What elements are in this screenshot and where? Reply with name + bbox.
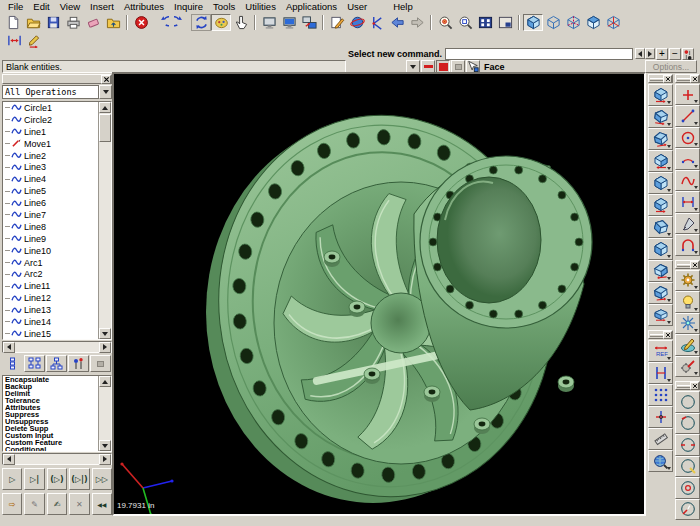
laminate-icon[interactable] [648,282,673,304]
scroll-up-icon[interactable] [99,102,111,113]
cube-hidden-icon[interactable] [563,14,583,31]
scroll-right-icon[interactable] [99,342,111,353]
zoom-target-icon[interactable] [435,14,455,31]
list-item[interactable]: Arc1 [3,257,111,269]
pattern-icon[interactable] [648,194,673,216]
list-item[interactable]: Line9 [3,233,111,245]
dot-grid-icon[interactable] [648,384,673,406]
list-item[interactable]: Line4 [3,173,111,185]
ruler-icon[interactable] [648,428,673,450]
fillet-icon[interactable] [648,150,673,172]
ref-dimension-icon[interactable] [648,340,673,362]
close-icon[interactable] [690,75,699,83]
swap-entities-icon[interactable] [682,48,694,60]
feature-hscrollbar[interactable] [2,453,112,465]
view-pan-icon[interactable] [675,434,700,456]
command-prev-icon[interactable] [635,48,645,59]
history-dots-icon[interactable] [68,355,89,372]
cube-axes-icon[interactable] [603,14,623,31]
list-item[interactable]: Line15 [3,328,111,340]
rib-icon[interactable] [648,260,673,282]
line-icon[interactable] [675,105,700,127]
sketch-edit-icon[interactable] [327,14,347,31]
undo-icon[interactable] [151,14,171,31]
cube-shaded-icon[interactable] [523,14,543,31]
feature-scrollbar[interactable] [98,376,111,451]
toolbar-titlebar[interactable] [675,260,700,269]
toolbar-titlebar[interactable] [675,381,700,390]
draft-icon[interactable] [648,216,673,238]
play-stop-button[interactable]: (▷) [47,468,67,490]
menu-file[interactable]: File [3,1,28,12]
menu-applications[interactable]: Applications [281,1,342,12]
resume-button[interactable]: ⇨ [2,493,22,515]
list-item[interactable]: Line1 [3,126,111,138]
rewind-button[interactable]: ◀◀ [92,493,112,515]
extrude-icon[interactable] [648,84,673,106]
scroll-up-icon[interactable] [99,376,111,387]
close-icon[interactable] [101,75,111,84]
tool-mesh-icon[interactable] [675,313,700,335]
list-item[interactable]: Arc2 [3,268,111,280]
menu-inquire[interactable]: Inquire [169,1,208,12]
close-icon[interactable] [663,75,672,83]
cube-section-icon[interactable] [583,14,603,31]
print-icon[interactable] [63,14,83,31]
toolbar-titlebar[interactable] [648,74,673,83]
scroll-down-icon[interactable] [99,328,111,339]
arc-icon[interactable] [675,148,700,170]
monitor-icon[interactable] [259,14,279,31]
tool-gear-edit-icon[interactable] [675,356,700,378]
scroll-left-icon[interactable] [3,454,15,465]
zoom-small-icon[interactable] [495,14,515,31]
curve-tool-icon[interactable] [367,14,387,31]
list-view-icon[interactable] [2,355,23,372]
list-item[interactable]: Circle2 [3,114,111,126]
play-button[interactable]: ▷ [2,468,22,490]
revolve-icon[interactable] [648,106,673,128]
menu-edit[interactable]: Edit [28,1,54,12]
monitor-shaded-icon[interactable] [279,14,299,31]
zoom-fit-icon[interactable] [475,14,495,31]
scroll-left-icon[interactable] [3,342,15,353]
list-item[interactable]: Line10 [3,245,111,257]
delete-button[interactable]: ✕ [69,493,89,515]
tool-gear-icon[interactable] [675,270,700,292]
list-item[interactable]: Line2 [3,150,111,162]
list-item[interactable]: Line5 [3,185,111,197]
menu-help[interactable]: Help [388,1,418,12]
shell-icon[interactable] [648,172,673,194]
list-item[interactable]: Line13 [3,304,111,316]
scroll-thumb[interactable] [99,114,111,142]
list-item[interactable]: Line8 [3,221,111,233]
play-fast-button[interactable]: ▷▷ [92,468,112,490]
graphics-viewport[interactable]: 19.7931 in [112,72,646,516]
operations-filter-value[interactable]: All Operations [2,85,99,99]
list-item[interactable]: Line11 [3,280,111,292]
tool-bulb-icon[interactable] [675,291,700,313]
play-to-button[interactable]: ▷| [24,468,44,490]
history-scrollbar[interactable] [98,102,111,339]
menu-insert[interactable]: Insert [85,1,119,12]
remove-button[interactable]: − [669,48,681,60]
circle-icon[interactable] [675,127,700,149]
command-input[interactable] [445,48,633,60]
edit-button[interactable]: ✎ [24,493,44,515]
view-iso-icon[interactable] [675,499,700,521]
list-item[interactable]: Move1 [3,138,111,150]
spline-icon[interactable] [675,170,700,192]
plate-icon[interactable] [648,304,673,326]
close-icon[interactable] [690,261,699,269]
close-icon[interactable] [663,331,672,339]
history-panel-titlebar[interactable] [2,74,112,84]
web-globe-icon[interactable] [347,14,367,31]
view-zoom-icon[interactable] [675,456,700,478]
list-item[interactable]: Line7 [3,209,111,221]
axis-icon[interactable] [648,406,673,428]
list-item[interactable]: Circle1 [3,102,111,114]
list-item[interactable]: Line12 [3,292,111,304]
view-front-icon[interactable] [675,477,700,499]
block-icon[interactable] [648,238,673,260]
list-item[interactable]: Line3 [3,161,111,173]
arch-icon[interactable] [675,234,700,256]
